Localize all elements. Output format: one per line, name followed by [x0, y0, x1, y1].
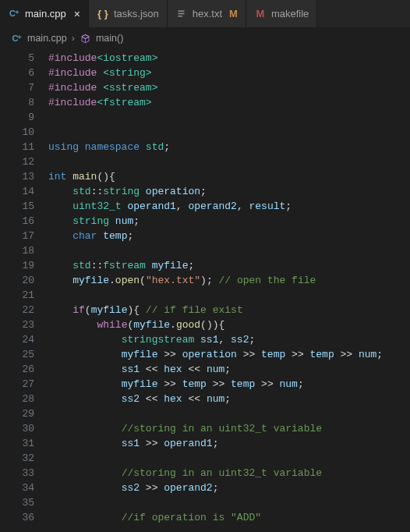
line-number: 25 — [0, 347, 34, 362]
code-line[interactable]: if(myfile){ // if file exist — [48, 303, 410, 317]
code-line[interactable]: #include <sstream> — [48, 80, 410, 95]
code-line[interactable]: std::fstream myfile; — [48, 258, 410, 273]
line-number: 29 — [0, 406, 34, 421]
line-number: 13 — [0, 169, 34, 184]
code-line[interactable]: //storing in an uint32_t variable — [48, 466, 410, 481]
file-json-icon: { } — [97, 8, 109, 20]
code-line[interactable] — [48, 406, 410, 421]
line-number: 18 — [0, 243, 34, 258]
code-line[interactable] — [48, 288, 410, 303]
line-number: 15 — [0, 199, 34, 214]
line-number: 16 — [0, 214, 34, 229]
line-number: 7 — [0, 80, 34, 95]
line-number-gutter: 5678910111213141516171819202122232425262… — [0, 51, 45, 525]
code-line[interactable]: #include<iostream> — [48, 51, 410, 66]
line-number: 34 — [0, 481, 34, 495]
line-number: 22 — [0, 303, 34, 317]
line-number: 32 — [0, 451, 34, 466]
line-number: 27 — [0, 377, 34, 392]
line-number: 20 — [0, 273, 34, 288]
line-number: 5 — [0, 51, 34, 66]
line-number: 35 — [0, 495, 34, 510]
code-line[interactable]: myfile.open("hex.txt"); // open the file — [48, 273, 410, 288]
line-number: 33 — [0, 466, 34, 481]
line-number: 11 — [0, 140, 34, 154]
breadcrumb-file: main.cpp — [27, 33, 67, 44]
code-line[interactable] — [48, 243, 410, 258]
code-line[interactable]: myfile >> temp >> temp >> num; — [48, 377, 410, 392]
code-line[interactable]: uint32_t operand1, operand2, result; — [48, 199, 410, 214]
code-line[interactable]: ss1 >> operand1; — [48, 436, 410, 451]
file-cpp-icon: C⁺ — [8, 9, 20, 19]
code-line[interactable]: int main(){ — [48, 169, 410, 184]
breadcrumb[interactable]: C⁺ main.cpp › main() — [0, 27, 410, 49]
close-icon[interactable]: × — [74, 8, 80, 20]
code-line[interactable] — [48, 110, 410, 125]
tab-label: main.cpp — [25, 8, 66, 20]
code-line[interactable]: stringstream ss1, ss2; — [48, 332, 410, 347]
tab-bar: C⁺main.cpp×{ }tasks.jsonhex.txtMMmakefil… — [0, 0, 410, 27]
line-number: 28 — [0, 392, 34, 406]
code-line[interactable]: using namespace std; — [48, 140, 410, 154]
code-line[interactable] — [48, 451, 410, 466]
code-line[interactable]: std::string operation; — [48, 184, 410, 199]
code-line[interactable]: myfile >> operation >> temp >> temp >> n… — [48, 347, 410, 362]
code-area[interactable]: #include<iostream>#include <string>#incl… — [45, 51, 410, 525]
line-number: 12 — [0, 154, 34, 169]
svg-rect-2 — [178, 16, 183, 17]
line-number: 10 — [0, 125, 34, 140]
tab-tasks-json[interactable]: { }tasks.json — [89, 0, 168, 27]
code-line[interactable] — [48, 495, 410, 510]
line-number: 8 — [0, 95, 34, 110]
line-number: 14 — [0, 184, 34, 199]
line-number: 24 — [0, 332, 34, 347]
code-line[interactable] — [48, 154, 410, 169]
line-number: 30 — [0, 421, 34, 436]
code-line[interactable] — [48, 125, 410, 140]
tab-label: hex.txt — [193, 8, 222, 20]
code-line[interactable]: //storing in an uint32_t variable — [48, 421, 410, 436]
code-line[interactable]: #include <string> — [48, 66, 410, 80]
modified-badge: M — [229, 8, 238, 20]
file-cpp-icon: C⁺ — [11, 34, 23, 44]
code-line[interactable]: char temp; — [48, 229, 410, 243]
line-number: 36 — [0, 510, 34, 525]
code-line[interactable]: ss2 << hex << num; — [48, 392, 410, 406]
code-line[interactable]: ss2 >> operand2; — [48, 481, 410, 495]
line-number: 6 — [0, 66, 34, 80]
svg-rect-1 — [178, 13, 185, 15]
line-number: 26 — [0, 362, 34, 377]
line-number: 21 — [0, 288, 34, 303]
tab-makefile[interactable]: Mmakefile — [246, 0, 317, 27]
line-number: 23 — [0, 317, 34, 332]
line-number: 19 — [0, 258, 34, 273]
symbol-cube-icon — [80, 34, 91, 44]
file-makefile-icon: M — [254, 8, 267, 20]
code-line[interactable]: while(myfile.good()){ — [48, 317, 410, 332]
tab-hex-txt[interactable]: hex.txtM — [168, 0, 246, 27]
tab-label: makefile — [271, 8, 309, 20]
editor[interactable]: 5678910111213141516171819202122232425262… — [0, 49, 410, 525]
chevron-right-icon: › — [72, 33, 75, 44]
line-number: 9 — [0, 110, 34, 125]
file-text-icon — [175, 9, 188, 19]
svg-rect-0 — [178, 10, 185, 12]
line-number: 31 — [0, 436, 34, 451]
tab-main-cpp[interactable]: C⁺main.cpp× — [0, 0, 89, 27]
breadcrumb-symbol: main() — [96, 33, 123, 44]
line-number: 17 — [0, 229, 34, 243]
code-line[interactable]: string num; — [48, 214, 410, 229]
code-line[interactable]: ss1 << hex << num; — [48, 362, 410, 377]
tab-label: tasks.json — [114, 8, 159, 20]
code-line[interactable]: #include<fstream> — [48, 95, 410, 110]
code-line[interactable]: //if operation is "ADD" — [48, 510, 410, 525]
